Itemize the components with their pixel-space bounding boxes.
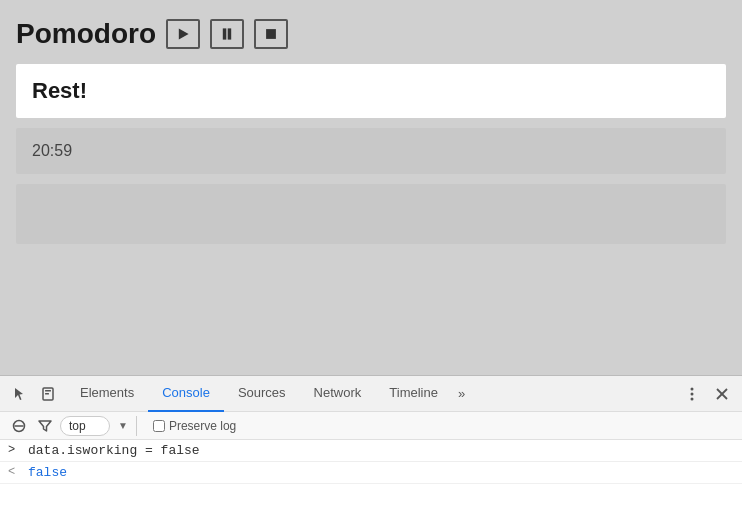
console-input-line: > data.isworking = false <box>0 440 742 462</box>
preserve-log-checkbox[interactable] <box>153 420 165 432</box>
svg-rect-1 <box>228 28 232 39</box>
svg-marker-3 <box>15 388 23 400</box>
stop-icon <box>264 27 278 41</box>
console-output-value: false <box>28 465 67 480</box>
close-devtools-btn[interactable] <box>708 380 736 408</box>
devtools-tabs: Elements Console Sources Network Timelin… <box>66 376 471 412</box>
pause-icon <box>220 27 234 41</box>
play-button[interactable] <box>166 19 200 49</box>
cursor-icon-btn[interactable] <box>6 380 34 408</box>
context-value: top <box>69 419 86 433</box>
title-row: Pomodoro <box>16 18 726 50</box>
tab-timeline[interactable]: Timeline <box>375 376 452 412</box>
tab-sources[interactable]: Sources <box>224 376 300 412</box>
tab-console[interactable]: Console <box>148 376 224 412</box>
timer-display: 20:59 <box>32 142 72 159</box>
rest-label: Rest! <box>32 78 87 103</box>
inspect-icon <box>41 387 55 401</box>
svg-marker-14 <box>39 421 51 431</box>
app-title: Pomodoro <box>16 18 156 50</box>
clear-console-icon <box>12 419 26 433</box>
svg-rect-2 <box>266 29 276 39</box>
svg-point-9 <box>691 397 694 400</box>
console-output-line: < false <box>0 462 742 484</box>
cursor-icon <box>13 387 27 401</box>
more-tabs-btn[interactable]: » <box>452 386 471 401</box>
svg-point-7 <box>691 387 694 390</box>
close-icon <box>716 388 728 400</box>
output-prompt: < <box>8 465 20 479</box>
preserve-log-label: Preserve log <box>169 419 236 433</box>
rest-box: Rest! <box>16 64 726 118</box>
context-dropdown-arrow[interactable]: ▼ <box>118 420 128 431</box>
timer-box: 20:59 <box>16 128 726 174</box>
inspect-icon-btn[interactable] <box>34 380 62 408</box>
stop-button[interactable] <box>254 19 288 49</box>
pause-button[interactable] <box>210 19 244 49</box>
devtools-toolbar: Elements Console Sources Network Timelin… <box>0 376 742 412</box>
console-output: > data.isworking = false < false <box>0 440 742 508</box>
svg-rect-5 <box>45 390 51 392</box>
more-options-icon <box>690 386 694 402</box>
svg-rect-0 <box>223 28 227 39</box>
svg-point-8 <box>691 392 694 395</box>
console-input-text: data.isworking = false <box>28 443 200 458</box>
filter-icon <box>38 419 52 433</box>
tab-network[interactable]: Network <box>300 376 376 412</box>
context-filter[interactable]: top <box>60 416 110 436</box>
app-area: Pomodoro Rest! 20:59 <box>0 0 742 256</box>
play-icon <box>179 28 189 39</box>
preserve-log-row: Preserve log <box>153 419 236 433</box>
more-options-btn[interactable] <box>678 380 706 408</box>
devtools-panel: Elements Console Sources Network Timelin… <box>0 375 742 508</box>
tab-elements[interactable]: Elements <box>66 376 148 412</box>
svg-rect-6 <box>45 393 49 395</box>
progress-box <box>16 184 726 244</box>
devtools-right-icons <box>678 380 736 408</box>
filter-icon[interactable] <box>34 415 56 437</box>
toolbar-divider <box>136 416 137 436</box>
no-entry-icon[interactable] <box>8 415 30 437</box>
input-prompt: > <box>8 443 20 457</box>
console-toolbar: top ▼ Preserve log <box>0 412 742 440</box>
